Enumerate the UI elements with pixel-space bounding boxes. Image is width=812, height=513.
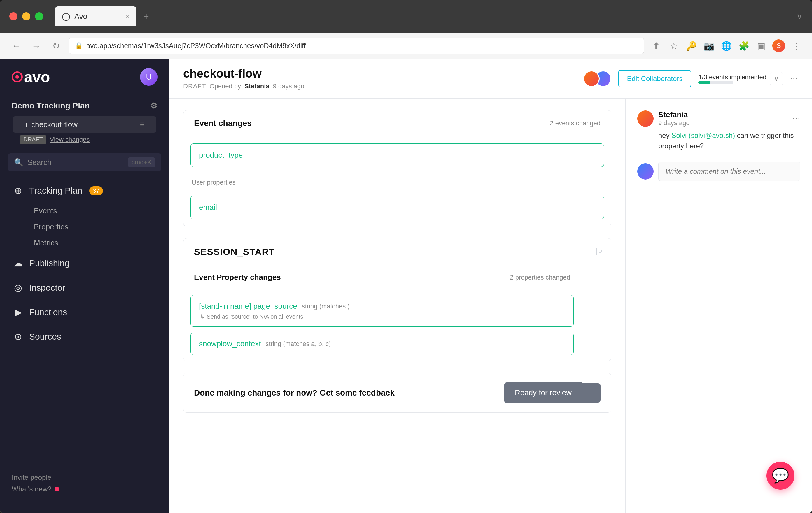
- prop-type-page-source: string (matches ): [302, 303, 350, 310]
- prop-type-snowplow: string (matches a, b, c): [265, 340, 331, 348]
- chat-fab-button[interactable]: 💬: [766, 462, 794, 490]
- toolbar-icons: ⬆ ☆ 🔑 📷 🌐 🧩 ▣ S ⋮: [650, 39, 803, 52]
- search-input[interactable]: Search: [27, 158, 124, 167]
- invite-people-link[interactable]: Invite people: [12, 473, 157, 482]
- sidebar-item-functions[interactable]: ▶ Functions: [6, 300, 163, 324]
- prop-section-title: Event Property changes: [194, 273, 281, 282]
- sidebar-item-properties[interactable]: Properties: [28, 219, 163, 235]
- prop-item-page-source[interactable]: [stand-in name] page_source string (matc…: [191, 295, 574, 327]
- tracking-plan-badge: 37: [89, 186, 103, 195]
- impl-progress-bar: [698, 81, 733, 84]
- browser-tab-active[interactable]: ◯ Avo ×: [55, 6, 137, 26]
- whats-new-link[interactable]: What's new?: [12, 485, 157, 493]
- forward-button[interactable]: →: [29, 39, 43, 53]
- event-section-header: Event changes 2 events changed: [183, 111, 611, 137]
- tab-bar: ◯ Avo × +: [55, 6, 154, 26]
- sidebar-item-publishing[interactable]: ☁ Publishing: [6, 251, 163, 275]
- edit-collaborators-button[interactable]: Edit Collaborators: [618, 70, 692, 87]
- workspace-name: Demo Tracking Plan: [12, 101, 90, 111]
- chevron-down-icon: ∨: [796, 12, 803, 21]
- comment-meta: Stefania 9 days ago: [658, 110, 690, 127]
- tab-close-button[interactable]: ×: [125, 12, 129, 21]
- maximize-window-button[interactable]: [35, 12, 43, 21]
- comment-input-area: [637, 162, 800, 181]
- user-properties-label: User properties: [183, 174, 611, 189]
- search-box[interactable]: 🔍 Search cmd+K: [8, 153, 161, 171]
- draft-badge: DRAFT: [20, 135, 47, 144]
- comment-item-stefania: Stefania 9 days ago ⋯ hey Solvi (solvi@a…: [637, 110, 800, 151]
- user-avatar[interactable]: U: [140, 68, 157, 86]
- session-side-icons: 🏳: [588, 238, 611, 258]
- session-comment-icon[interactable]: 🏳: [595, 247, 604, 258]
- branch-badges: DRAFT View changes: [8, 135, 161, 144]
- event-name-product-type: product_type: [199, 151, 243, 159]
- implementation-badge: 1/3 events implemented ∨: [698, 72, 783, 85]
- impl-chevron-button[interactable]: ∨: [770, 72, 783, 85]
- browser-toolbar: ← → ↻ 🔒 avo.app/schemas/1rw3sJsAuej7cP3W…: [0, 33, 812, 59]
- comment-mention[interactable]: Solvi (solvi@avo.sh): [671, 131, 735, 139]
- comments-panel: Stefania 9 days ago ⋯ hey Solvi (solvi@a…: [625, 98, 812, 513]
- app-container: avo U Demo Tracking Plan ⚙ ↑ checkout-fl…: [0, 59, 812, 513]
- view-changes-link[interactable]: View changes: [50, 136, 90, 143]
- impl-progress-fill: [698, 81, 710, 84]
- ready-for-review-button[interactable]: Ready for review: [504, 383, 582, 403]
- prop-name-page-source: [stand-in name] page_source: [199, 302, 297, 311]
- notification-dot: [55, 487, 59, 491]
- sidebar-item-inspector[interactable]: ◎ Inspector: [6, 275, 163, 300]
- draft-label: DRAFT: [183, 83, 206, 90]
- branch-container: ↑ checkout-flow ≡ DRAFT View changes: [8, 116, 161, 144]
- branch-icon: ↑: [25, 120, 28, 129]
- browser-titlebar: ◯ Avo × + ∨: [0, 0, 812, 33]
- sidebar-item-metrics[interactable]: Metrics: [28, 235, 163, 251]
- review-button-group: Ready for review ⋯: [504, 383, 601, 403]
- review-more-button[interactable]: ⋯: [582, 383, 601, 402]
- avatar-group: [583, 70, 611, 87]
- comment-more-icon[interactable]: ⋯: [792, 114, 800, 123]
- event-item-email[interactable]: email: [191, 195, 604, 219]
- sidebar-toggle-icon[interactable]: ▣: [755, 39, 768, 52]
- sidebar-item-events[interactable]: Events: [28, 203, 163, 219]
- sidebar-item-tracking-plan[interactable]: ⊕ Tracking Plan 37: [6, 178, 163, 203]
- password-icon[interactable]: 🔑: [685, 39, 698, 52]
- event-item-product-type[interactable]: product_type: [191, 143, 604, 167]
- browser-icon[interactable]: 🌐: [720, 39, 733, 52]
- header-more-button[interactable]: ⋯: [790, 74, 798, 83]
- traffic-lights: [9, 12, 43, 21]
- prop-section-header: Event Property changes 2 properties chan…: [183, 266, 581, 289]
- author-link[interactable]: Stefania: [244, 83, 269, 90]
- menu-icon[interactable]: ⋮: [790, 39, 803, 52]
- review-text-block: Done making changes for now? Get some fe…: [194, 388, 395, 398]
- event-section-title: Event changes: [194, 119, 252, 128]
- search-icon: 🔍: [14, 158, 23, 167]
- bookmark-icon[interactable]: ☆: [667, 39, 680, 52]
- screenshot-icon[interactable]: 📷: [702, 39, 715, 52]
- share-icon[interactable]: ⬆: [650, 39, 663, 52]
- user-avatar-icon[interactable]: S: [772, 39, 785, 52]
- tab-title: Avo: [75, 12, 87, 21]
- header-actions: Edit Collaborators 1/3 events implemente…: [583, 70, 798, 87]
- back-button[interactable]: ←: [9, 39, 23, 53]
- hamburger-icon[interactable]: ≡: [140, 120, 145, 129]
- new-tab-button[interactable]: +: [139, 11, 154, 22]
- content-area: Event changes 2 events changed product_t…: [169, 98, 812, 513]
- event-changes-section: Event changes 2 events changed product_t…: [183, 110, 611, 227]
- prop-item-snowplow[interactable]: snowplow_context string (matches a, b, c…: [191, 333, 574, 355]
- workspace-settings-icon[interactable]: ⚙: [150, 101, 157, 111]
- session-row: SESSION_START Event Property changes 2 p…: [183, 238, 611, 361]
- extensions-icon[interactable]: 🧩: [737, 39, 750, 52]
- url-text: avo.app/schemas/1rw3sJsAuej7cP3WOcxM/bra…: [86, 42, 306, 50]
- functions-label: Functions: [29, 307, 67, 317]
- branch-item[interactable]: ↑ checkout-flow ≡: [13, 116, 156, 132]
- url-bar[interactable]: 🔒 avo.app/schemas/1rw3sJsAuej7cP3WOcxM/b…: [69, 38, 644, 54]
- comment-author-name: Stefania: [658, 110, 690, 119]
- branch-meta: DRAFT Opened by Stefania 9 days ago: [183, 83, 304, 90]
- sidebar-item-sources[interactable]: ⊙ Sources: [6, 324, 163, 349]
- close-window-button[interactable]: [9, 12, 18, 21]
- time-ago: 9 days ago: [273, 83, 304, 90]
- workspace-header: Demo Tracking Plan ⚙: [0, 97, 169, 114]
- comment-body: hey Solvi (solvi@avo.sh) can we trigger …: [658, 130, 800, 151]
- whats-new-text: What's new?: [12, 485, 52, 493]
- refresh-button[interactable]: ↻: [49, 39, 63, 53]
- minimize-window-button[interactable]: [22, 12, 30, 21]
- comment-input-field[interactable]: [658, 162, 800, 181]
